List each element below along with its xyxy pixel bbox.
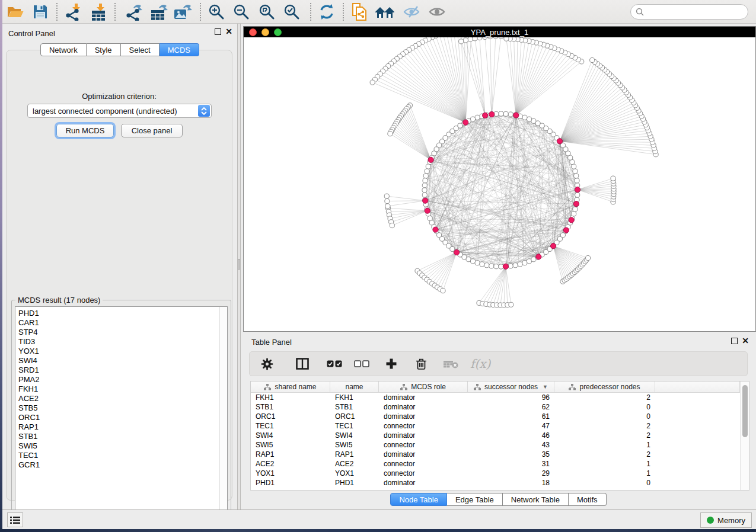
mcds-result-item[interactable]: CAR1 xyxy=(18,318,219,328)
save-session-icon[interactable] xyxy=(30,2,50,22)
memory-status-icon xyxy=(707,517,714,524)
export-table-icon[interactable] xyxy=(149,2,169,22)
criterion-dropdown[interactable]: largest connected component (undirected) xyxy=(27,104,212,118)
export-image-icon[interactable] xyxy=(173,2,193,22)
hierarchy-icon xyxy=(264,384,271,390)
memory-button[interactable]: Memory xyxy=(700,512,752,528)
tab-edge-table[interactable]: Edge Table xyxy=(447,493,503,506)
export-network-icon[interactable] xyxy=(124,2,144,22)
mcds-result-item[interactable]: TEC1 xyxy=(18,451,219,460)
splitter-grip[interactable] xyxy=(238,259,240,270)
run-mcds-button[interactable]: Run MCDS xyxy=(56,124,114,137)
select-all-icon[interactable] xyxy=(327,360,342,367)
search-field[interactable] xyxy=(646,8,748,16)
tab-style[interactable]: Style xyxy=(87,43,121,56)
float-table-panel-icon[interactable] xyxy=(731,338,738,344)
zoom-out-icon[interactable] xyxy=(231,2,251,22)
table-scrollbar[interactable] xyxy=(740,382,749,490)
status-bar: Memory xyxy=(2,509,756,529)
mcds-result-item[interactable]: YOX1 xyxy=(18,347,219,356)
table-row[interactable]: PHD1PHD1dominator180 xyxy=(251,478,740,488)
column-header-shared-name[interactable]: shared name xyxy=(251,382,330,392)
network-window-titlebar[interactable]: YPA_prune.txt_1 xyxy=(244,27,755,37)
mcds-result-item[interactable]: TID3 xyxy=(18,337,219,347)
open-file-icon[interactable] xyxy=(5,2,25,22)
table-row[interactable]: TEC1TEC1connector472 xyxy=(251,421,740,431)
hierarchy-icon xyxy=(474,384,481,390)
close-panel-icon[interactable]: ✕ xyxy=(225,28,232,35)
task-history-button[interactable] xyxy=(7,512,23,527)
dropdown-stepper-icon xyxy=(198,105,210,117)
mcds-result-item[interactable]: GCR1 xyxy=(18,460,219,470)
show-all-icon[interactable] xyxy=(427,2,447,22)
float-panel-icon[interactable] xyxy=(215,28,221,35)
main-toolbar xyxy=(2,0,756,24)
column-header-name[interactable]: name xyxy=(330,382,379,392)
table-row[interactable]: FKH1FKH1dominator962 xyxy=(251,393,740,402)
network-graph[interactable] xyxy=(244,37,755,331)
mcds-result-item[interactable]: STB1 xyxy=(18,432,219,441)
tab-node-table[interactable]: Node Table xyxy=(390,493,447,506)
add-column-icon[interactable] xyxy=(385,358,398,370)
control-panel-titlebar: Control Panel ✕ xyxy=(2,24,237,41)
table-row[interactable]: ORC1ORC1dominator610 xyxy=(251,412,740,421)
tab-select[interactable]: Select xyxy=(121,43,160,56)
refresh-network-icon[interactable] xyxy=(317,2,337,22)
mcds-result-item[interactable]: STB5 xyxy=(18,403,219,413)
first-neighbors-icon[interactable] xyxy=(375,2,395,22)
mcds-result-item[interactable]: STP4 xyxy=(18,328,219,337)
toolbar-separator xyxy=(310,3,311,21)
zoom-selected-icon[interactable] xyxy=(282,2,302,22)
table-scrollbar-thumb[interactable] xyxy=(742,385,748,437)
network-view-window: YPA_prune.txt_1 xyxy=(243,26,756,332)
tab-network-table[interactable]: Network Table xyxy=(503,493,569,506)
criterion-value: largest connected component (undirected) xyxy=(28,107,198,116)
table-toolbar: f(x) xyxy=(249,351,748,376)
import-network-icon[interactable] xyxy=(63,2,84,22)
mcds-result-item[interactable]: FKH1 xyxy=(18,384,219,394)
node-table: shared namenameMCDS rolesuccessor nodes▼… xyxy=(250,381,749,491)
mcds-result-item[interactable]: SWI4 xyxy=(18,356,219,366)
mcds-result-item[interactable]: ORC1 xyxy=(18,413,219,422)
mcds-result-item[interactable]: SWI5 xyxy=(18,441,219,451)
mcds-result-item[interactable]: RAP1 xyxy=(18,422,219,432)
close-table-panel-icon[interactable]: ✕ xyxy=(742,338,749,344)
table-row[interactable]: SWI5SWI5connector431 xyxy=(251,440,740,450)
search-icon xyxy=(636,8,644,16)
table-row[interactable]: RAP1RAP1dominator352 xyxy=(251,450,740,459)
mcds-tab-content: Optimization criterion: largest connecte… xyxy=(6,50,232,501)
duplicate-network-icon[interactable] xyxy=(349,2,369,22)
mcds-result-item[interactable]: PHD1 xyxy=(18,309,219,318)
table-row[interactable]: SWI4SWI4dominator462 xyxy=(251,431,740,440)
deselect-all-icon[interactable] xyxy=(354,360,369,367)
control-panel-title: Control Panel xyxy=(8,29,55,38)
table-row[interactable]: ACE2ACE2connector311 xyxy=(251,459,740,469)
mcds-result-item[interactable]: PMA2 xyxy=(18,375,219,384)
network-window-title: YPA_prune.txt_1 xyxy=(244,28,755,37)
mcds-result-item[interactable]: SRD1 xyxy=(18,366,219,375)
mcds-list-scrollbar[interactable] xyxy=(219,307,227,514)
tab-network[interactable]: Network xyxy=(40,43,87,56)
zoom-fit-icon[interactable] xyxy=(257,2,277,22)
mcds-result-list[interactable]: PHD1CAR1STP4TID3YOX1SWI4SRD1PMA2FKH1ACE2… xyxy=(15,306,228,515)
column-header-MCDS-role[interactable]: MCDS role xyxy=(379,382,468,392)
close-panel-button[interactable]: Close panel xyxy=(121,124,183,137)
search-input[interactable] xyxy=(630,4,748,20)
column-header-successor-nodes[interactable]: successor nodes▼ xyxy=(468,382,554,392)
column-header-predecessor-nodes[interactable]: predecessor nodes xyxy=(554,382,655,392)
delete-table-icon xyxy=(443,360,458,368)
hide-selected-icon[interactable] xyxy=(401,2,422,22)
function-builder-icon: f(x) xyxy=(470,357,490,371)
tab-mcds[interactable]: MCDS xyxy=(160,43,199,56)
import-table-icon[interactable] xyxy=(88,2,109,22)
table-panel: Table Panel ✕ xyxy=(241,332,756,509)
optimization-criterion-label: Optimization criterion: xyxy=(7,92,232,101)
table-row[interactable]: STB1STB1dominator620 xyxy=(251,402,740,412)
zoom-in-icon[interactable] xyxy=(206,2,227,22)
gear-icon[interactable] xyxy=(260,358,273,370)
delete-column-icon[interactable] xyxy=(414,358,428,370)
mcds-result-item[interactable]: ACE2 xyxy=(18,394,219,403)
table-row[interactable]: YOX1YOX1connector291 xyxy=(251,469,740,478)
columns-icon[interactable] xyxy=(296,358,309,370)
tab-motifs[interactable]: Motifs xyxy=(569,493,607,506)
